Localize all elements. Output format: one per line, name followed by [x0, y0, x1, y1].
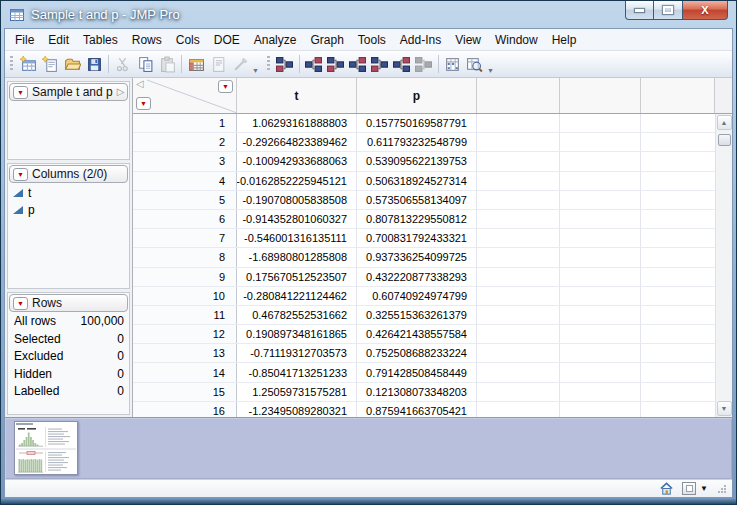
- red-triangle-menu-icon[interactable]: ▼: [13, 168, 28, 181]
- menu-analyze[interactable]: Analyze: [247, 30, 304, 50]
- cell-p[interactable]: 0.937336254099725: [357, 248, 477, 266]
- platform-1-button[interactable]: [274, 53, 296, 75]
- empty-column-header[interactable]: [477, 78, 560, 113]
- cell-t[interactable]: 0.46782552531662: [237, 306, 357, 324]
- cell-p[interactable]: 0.700831792433321: [357, 229, 477, 247]
- empty-cell: [477, 287, 560, 305]
- cell-t[interactable]: 0.190897348161865: [237, 325, 357, 343]
- data-table-grid-button[interactable]: [185, 53, 207, 75]
- search-table-button[interactable]: [464, 53, 486, 75]
- row-number-cell[interactable]: 13: [133, 344, 237, 362]
- close-button[interactable]: X: [683, 1, 728, 20]
- window-selector-button[interactable]: ▼: [682, 482, 708, 495]
- scrollbar-thumb[interactable]: [718, 134, 731, 146]
- toolbar-grip[interactable]: [10, 56, 13, 72]
- cell-t[interactable]: -0.546001316135111: [237, 229, 357, 247]
- menu-rows[interactable]: Rows: [125, 30, 169, 50]
- menu-help[interactable]: Help: [545, 30, 584, 50]
- cell-t[interactable]: -0.280841221124462: [237, 287, 357, 305]
- paste-button: [156, 53, 178, 75]
- empty-cell: [560, 306, 641, 324]
- platform-4-button[interactable]: [347, 53, 369, 75]
- toolbar-overflow-icon[interactable]: ▼: [487, 67, 494, 74]
- platform-6-button[interactable]: [391, 53, 413, 75]
- menu-tools[interactable]: Tools: [351, 30, 393, 50]
- rows-stat-labelled[interactable]: Labelled0: [8, 383, 129, 401]
- platform-5-button[interactable]: [369, 53, 391, 75]
- cell-p[interactable]: 0.432220877338293: [357, 268, 477, 286]
- menu-doe[interactable]: DOE: [207, 30, 247, 50]
- scroll-down-button[interactable]: ▼: [717, 401, 732, 416]
- cell-t[interactable]: 0.175670512523507: [237, 268, 357, 286]
- row-number-cell[interactable]: 15: [133, 383, 237, 401]
- columns-viewer-button[interactable]: [442, 53, 464, 75]
- cell-p[interactable]: 0.121308073348203: [357, 383, 477, 401]
- toolbar-overflow-icon[interactable]: ▼: [252, 67, 259, 74]
- platform-2-button[interactable]: [303, 53, 325, 75]
- red-triangle-menu-icon[interactable]: ▼: [13, 297, 28, 310]
- search-table-icon: [466, 56, 483, 73]
- toolbar: ▼▼: [5, 51, 732, 78]
- cell-t[interactable]: -0.85041713251233: [237, 363, 357, 381]
- cell-t[interactable]: -0.71119312703573: [237, 344, 357, 362]
- vertical-scrollbar[interactable]: ▲ ▼: [715, 114, 732, 417]
- open-file-button[interactable]: [61, 53, 83, 75]
- toolbar-separator: [108, 55, 109, 73]
- home-button[interactable]: [659, 481, 674, 496]
- rows-stat-allrows[interactable]: All rows100,000: [8, 313, 129, 331]
- row-number-cell[interactable]: 11: [133, 306, 237, 324]
- menu-graph[interactable]: Graph: [303, 30, 350, 50]
- menu-edit[interactable]: Edit: [41, 30, 76, 50]
- empty-cell: [560, 172, 641, 190]
- save-file-button[interactable]: [83, 53, 105, 75]
- row-number-cell[interactable]: 12: [133, 325, 237, 343]
- row-number-cell[interactable]: 16: [133, 402, 237, 417]
- cell-p[interactable]: 0.752508688233224: [357, 344, 477, 362]
- empty-column-header[interactable]: [560, 78, 641, 113]
- cell-p[interactable]: 0.875941663705421: [357, 402, 477, 417]
- stat-value: 0: [117, 331, 124, 349]
- cell-p[interactable]: 0.325515363261379: [357, 306, 477, 324]
- row-number-cell[interactable]: 10: [133, 287, 237, 305]
- cell-p[interactable]: 0.60740924974799: [357, 287, 477, 305]
- cell-p[interactable]: 0.426421438557584: [357, 325, 477, 343]
- grid-corner-cell[interactable]: ◁ ▼ ▼: [133, 78, 237, 113]
- red-triangle-menu-icon[interactable]: ▼: [13, 86, 28, 99]
- row-number-cell[interactable]: 9: [133, 268, 237, 286]
- columns-menu-icon[interactable]: ▼: [218, 80, 233, 93]
- report-thumbnail[interactable]: [14, 421, 78, 475]
- rows-stat-hidden[interactable]: Hidden0: [8, 366, 129, 384]
- menu-view[interactable]: View: [448, 30, 488, 50]
- resize-grip[interactable]: [716, 483, 727, 494]
- copy-button[interactable]: [134, 53, 156, 75]
- cell-t[interactable]: -1.68980801285808: [237, 248, 357, 266]
- menu-window[interactable]: Window: [488, 30, 545, 50]
- column-item-p[interactable]: p: [8, 201, 129, 218]
- new-data-table-button[interactable]: [17, 53, 39, 75]
- rows-stat-selected[interactable]: Selected0: [8, 331, 129, 349]
- platform-3-button[interactable]: [325, 53, 347, 75]
- table-panel: ▼ Sample t and p ▷: [7, 81, 130, 160]
- scroll-up-button[interactable]: ▲: [717, 115, 732, 130]
- maximize-button[interactable]: [654, 1, 683, 20]
- cell-t[interactable]: 1.25059731575281: [237, 383, 357, 401]
- row-number-cell[interactable]: 8: [133, 248, 237, 266]
- toolbar-grip[interactable]: [267, 56, 270, 72]
- menu-addins[interactable]: Add-Ins: [393, 30, 448, 50]
- collapse-right-icon[interactable]: ▷: [117, 87, 125, 97]
- rows-stat-excluded[interactable]: Excluded0: [8, 348, 129, 366]
- cell-t[interactable]: -1.23495089280321: [237, 402, 357, 417]
- empty-column-header[interactable]: [641, 78, 715, 113]
- rows-menu-icon[interactable]: ▼: [136, 97, 151, 110]
- column-item-t[interactable]: t: [8, 184, 129, 201]
- new-journal-button[interactable]: [39, 53, 61, 75]
- menu-tables[interactable]: Tables: [76, 30, 125, 50]
- row-number-cell[interactable]: 7: [133, 229, 237, 247]
- platform-5-icon: [371, 56, 388, 73]
- collapse-left-icon[interactable]: ◁: [136, 79, 144, 89]
- cell-p[interactable]: 0.791428508458449: [357, 363, 477, 381]
- minimize-button[interactable]: [625, 1, 654, 20]
- menu-file[interactable]: File: [8, 30, 41, 50]
- menu-cols[interactable]: Cols: [169, 30, 207, 50]
- row-number-cell[interactable]: 14: [133, 363, 237, 381]
